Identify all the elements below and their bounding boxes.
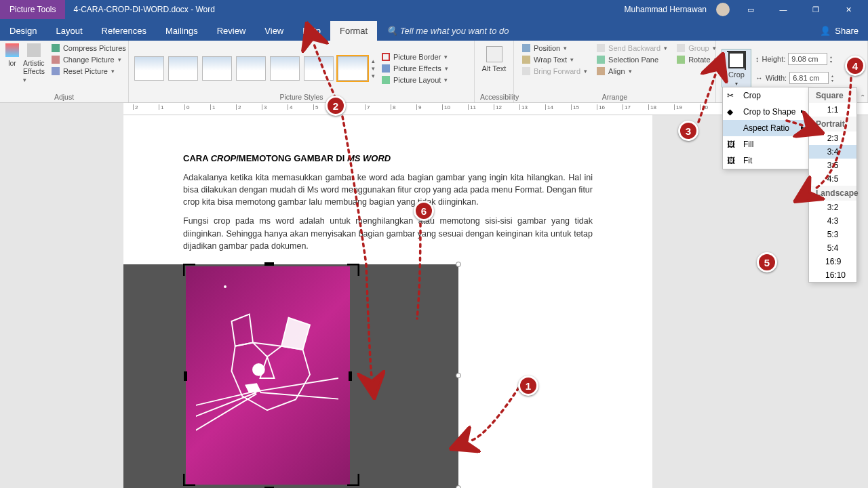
paragraph-1: Adakalanya ketika kita memasukkan gambar… <box>183 171 593 208</box>
selected-image[interactable] <box>123 264 458 488</box>
ribbon-options-icon[interactable]: ▭ <box>739 5 762 14</box>
heading: CARA CROP/MEMOTONG GAMBAR DI MS WORD <box>183 153 593 163</box>
callout-badge-5: 5 <box>757 252 777 272</box>
alt-text-button[interactable]: Alt Text <box>480 43 508 93</box>
tell-me-search[interactable]: 🔍 Tell me what you want to do <box>377 21 518 41</box>
tab-layout[interactable]: Layout <box>46 21 92 41</box>
group-accessibility: Accessibility <box>480 93 508 101</box>
change-picture-button[interactable]: Change Picture <box>49 55 129 64</box>
aspect-section-square: Square <box>809 88 856 103</box>
selection-pane-button[interactable]: Selection Pane <box>594 55 670 64</box>
align-button[interactable]: Align <box>594 66 670 76</box>
compress-pictures-button[interactable]: Compress Pictures <box>49 43 129 53</box>
crop-item-crop[interactable]: ✂Crop <box>723 87 808 104</box>
collapse-ribbon-icon[interactable]: ⌃ <box>860 94 865 101</box>
crop-region[interactable] <box>186 266 350 485</box>
aspect-16-10[interactable]: 16:10 <box>809 268 856 282</box>
aspect-3-5[interactable]: 3:5 <box>809 159 856 172</box>
close-button[interactable]: ✕ <box>837 5 860 14</box>
aspect-1-1[interactable]: 1:1 <box>809 103 856 117</box>
tab-help[interactable]: Help <box>293 21 330 41</box>
aspect-ratio-submenu: Square 1:1 Portrait 2:3 3:4 3:5 4:5 Land… <box>808 87 857 283</box>
artistic-effects-button[interactable]: Artistic Effects <box>23 59 45 83</box>
picture-layout-button[interactable]: Picture Layout <box>379 75 451 85</box>
user-avatar[interactable] <box>716 3 730 16</box>
picture-border-button[interactable]: Picture Border <box>379 52 451 62</box>
group-picture-styles: Picture Styles <box>134 93 469 101</box>
aspect-16-9[interactable]: 16:9 <box>809 255 856 268</box>
minimize-button[interactable]: — <box>772 5 795 14</box>
aspect-5-3[interactable]: 5:3 <box>809 228 856 241</box>
callout-badge-3: 3 <box>678 121 698 141</box>
tab-design[interactable]: Design <box>0 21 46 41</box>
width-input[interactable]: ↔Width: 6.81 cm ▴▾ <box>755 72 833 84</box>
callout-badge-4: 4 <box>845 56 865 76</box>
crop-item-shape[interactable]: ◆Crop to Shape <box>723 104 808 120</box>
crop-item-aspect[interactable]: Aspect Ratio <box>723 120 808 136</box>
paragraph-2: Fungsi crop pada ms word adalah untuk me… <box>183 215 593 251</box>
callout-badge-1: 1 <box>518 375 538 396</box>
document-title: 4-CARA-CROP-DI-WORD.docx - Word <box>73 5 214 14</box>
height-input[interactable]: ↕Height: 9.08 cm ▴▾ <box>755 53 833 65</box>
picture-effects-button[interactable]: Picture Effects <box>379 64 451 73</box>
tab-format[interactable]: Format <box>330 21 377 41</box>
titlebar: Picture Tools 4-CARA-CROP-DI-WORD.docx -… <box>0 0 868 19</box>
crop-item-fill[interactable]: 🖼Fill <box>723 136 808 152</box>
tab-view[interactable]: View <box>255 21 293 41</box>
rotate-button[interactable]: Rotate <box>674 55 719 64</box>
aspect-4-3[interactable]: 4:3 <box>809 214 856 228</box>
group-arrange: Arrange <box>519 93 710 101</box>
bring-forward-button[interactable]: Bring Forward <box>519 66 590 76</box>
page[interactable]: CARA CROP/MEMOTONG GAMBAR DI MS WORD Ada… <box>123 115 652 488</box>
wrap-text-button[interactable]: Wrap Text <box>519 55 590 64</box>
callout-badge-6: 6 <box>414 201 434 221</box>
aspect-3-4[interactable]: 3:4 <box>809 145 856 159</box>
aspect-4-5[interactable]: 4:5 <box>809 172 856 186</box>
tab-references[interactable]: References <box>92 21 156 41</box>
ribbon-tabs: Design Layout References Mailings Review… <box>0 19 868 41</box>
color-button[interactable]: lor <box>8 59 16 67</box>
aspect-3-2[interactable]: 3:2 <box>809 201 856 214</box>
aspect-2-3[interactable]: 2:3 <box>809 131 856 145</box>
crop-button[interactable]: Crop ▾ <box>722 49 751 87</box>
aspect-section-landscape: Landscape <box>809 186 856 201</box>
group-adjust: Adjust <box>5 93 123 101</box>
picture-tools-tab[interactable]: Picture Tools <box>0 0 65 19</box>
group-button[interactable]: Group <box>674 43 719 53</box>
position-button[interactable]: Position <box>519 43 590 53</box>
cat-illustration <box>196 307 338 449</box>
share-button[interactable]: 👤 Share <box>810 21 868 41</box>
document-area: CARA CROP/MEMOTONG GAMBAR DI MS WORD Ada… <box>0 115 868 488</box>
tab-review[interactable]: Review <box>208 21 256 41</box>
crop-dropdown: ✂Crop ◆Crop to Shape Aspect Ratio 🖼Fill … <box>722 87 809 169</box>
callout-badge-2: 2 <box>326 96 346 116</box>
picture-styles-gallery[interactable]: ▴▾▾ <box>134 56 375 81</box>
tab-mailings[interactable]: Mailings <box>156 21 208 41</box>
aspect-section-portrait: Portrait <box>809 117 856 131</box>
user-name: Muhammad Hernawan <box>625 5 707 14</box>
crop-item-fit[interactable]: 🖼Fit <box>723 152 808 169</box>
restore-button[interactable]: ❐ <box>804 5 827 14</box>
send-backward-button[interactable]: Send Backward <box>594 43 670 53</box>
aspect-5-4[interactable]: 5:4 <box>809 241 856 255</box>
reset-picture-button[interactable]: Reset Picture <box>49 66 129 76</box>
